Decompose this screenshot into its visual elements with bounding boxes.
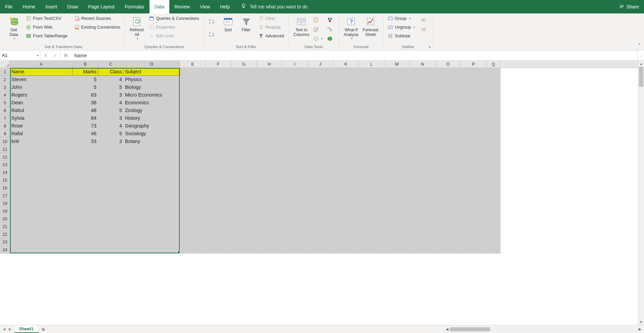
- column-header[interactable]: L: [359, 61, 384, 68]
- cell[interactable]: [333, 199, 359, 207]
- cell[interactable]: [435, 122, 461, 130]
- cell[interactable]: [410, 238, 435, 246]
- cell[interactable]: [435, 238, 461, 246]
- cell[interactable]: 5: [98, 83, 124, 91]
- cell[interactable]: Rose: [10, 122, 73, 130]
- cell[interactable]: 5: [98, 107, 124, 114]
- row-header[interactable]: 22: [0, 230, 10, 238]
- cell[interactable]: [308, 199, 333, 207]
- cell[interactable]: [98, 238, 124, 246]
- column-header[interactable]: O: [435, 61, 461, 68]
- cell[interactable]: kriti: [10, 138, 73, 145]
- scroll-thumb[interactable]: [639, 67, 643, 87]
- column-header[interactable]: B: [73, 61, 98, 68]
- cell[interactable]: [461, 114, 486, 122]
- cell[interactable]: [486, 153, 501, 161]
- cell[interactable]: [333, 207, 359, 215]
- cell[interactable]: [486, 223, 501, 230]
- cell[interactable]: [359, 192, 384, 199]
- cell[interactable]: [410, 223, 435, 230]
- cell[interactable]: 84: [73, 114, 98, 122]
- column-header[interactable]: N: [410, 61, 435, 68]
- cell[interactable]: [73, 176, 98, 184]
- cell[interactable]: [486, 130, 501, 138]
- cell[interactable]: [10, 223, 73, 230]
- row-header[interactable]: 24: [0, 246, 10, 254]
- cell[interactable]: [73, 230, 98, 238]
- cell[interactable]: [486, 184, 501, 192]
- cell[interactable]: [359, 223, 384, 230]
- cell[interactable]: [308, 107, 333, 114]
- cell[interactable]: [206, 207, 231, 215]
- cell[interactable]: [257, 153, 282, 161]
- cell[interactable]: [461, 238, 486, 246]
- cell[interactable]: [124, 199, 180, 207]
- cell[interactable]: [124, 153, 180, 161]
- cell[interactable]: Physics: [124, 76, 180, 83]
- cell[interactable]: [180, 153, 206, 161]
- cell[interactable]: [206, 122, 231, 130]
- cell[interactable]: [282, 153, 308, 161]
- cell[interactable]: [384, 176, 410, 184]
- cell[interactable]: Rafal: [10, 130, 73, 138]
- cell[interactable]: [257, 99, 282, 107]
- cell[interactable]: [384, 138, 410, 145]
- cell[interactable]: [486, 76, 501, 83]
- row-header[interactable]: 1: [0, 68, 10, 76]
- cell[interactable]: 4: [98, 99, 124, 107]
- scroll-left-icon[interactable]: ◀: [444, 327, 450, 331]
- cell[interactable]: [10, 215, 73, 223]
- cell[interactable]: [98, 215, 124, 223]
- scroll-up-icon[interactable]: ▲: [638, 61, 644, 67]
- cell[interactable]: [73, 223, 98, 230]
- scroll-down-icon[interactable]: ▼: [638, 319, 644, 325]
- cell[interactable]: [308, 130, 333, 138]
- share-button[interactable]: Share: [619, 4, 639, 9]
- cancel-icon[interactable]: ✕: [44, 53, 48, 58]
- cell[interactable]: [410, 76, 435, 83]
- tab-home[interactable]: Home: [18, 0, 40, 13]
- cell[interactable]: [308, 68, 333, 76]
- consolidate-button[interactable]: [326, 16, 336, 24]
- cell[interactable]: [308, 230, 333, 238]
- cell[interactable]: [435, 138, 461, 145]
- cell[interactable]: Sylvia: [10, 114, 73, 122]
- cell[interactable]: 33: [73, 138, 98, 145]
- cell[interactable]: [124, 207, 180, 215]
- cell[interactable]: [231, 122, 257, 130]
- name-box-input[interactable]: [2, 53, 38, 58]
- cell[interactable]: [98, 207, 124, 215]
- row-header[interactable]: 21: [0, 223, 10, 230]
- cell[interactable]: [333, 91, 359, 99]
- cell[interactable]: [333, 192, 359, 199]
- cell[interactable]: [410, 145, 435, 153]
- tab-draw[interactable]: Draw: [62, 0, 83, 13]
- row-header[interactable]: 18: [0, 199, 10, 207]
- cell[interactable]: [257, 107, 282, 114]
- row-header[interactable]: 12: [0, 153, 10, 161]
- cell[interactable]: [231, 145, 257, 153]
- cell[interactable]: [206, 176, 231, 184]
- cell[interactable]: [486, 199, 501, 207]
- cell[interactable]: [10, 176, 73, 184]
- cell[interactable]: [333, 230, 359, 238]
- cell[interactable]: [461, 184, 486, 192]
- cell[interactable]: [124, 238, 180, 246]
- cell[interactable]: [384, 68, 410, 76]
- cell[interactable]: [257, 138, 282, 145]
- flash-fill-button[interactable]: [311, 16, 324, 24]
- cell[interactable]: [435, 76, 461, 83]
- row-header[interactable]: 3: [0, 83, 10, 91]
- row-header[interactable]: 6: [0, 107, 10, 114]
- row-header[interactable]: 7: [0, 114, 10, 122]
- tab-review[interactable]: Review: [169, 0, 195, 13]
- cell[interactable]: [180, 145, 206, 153]
- cell[interactable]: [206, 184, 231, 192]
- hide-detail-button[interactable]: −: [419, 26, 430, 33]
- cell[interactable]: [206, 91, 231, 99]
- cell[interactable]: [359, 169, 384, 176]
- cell[interactable]: [410, 215, 435, 223]
- cell[interactable]: [180, 238, 206, 246]
- cell[interactable]: [461, 122, 486, 130]
- relationships-button[interactable]: [326, 26, 336, 33]
